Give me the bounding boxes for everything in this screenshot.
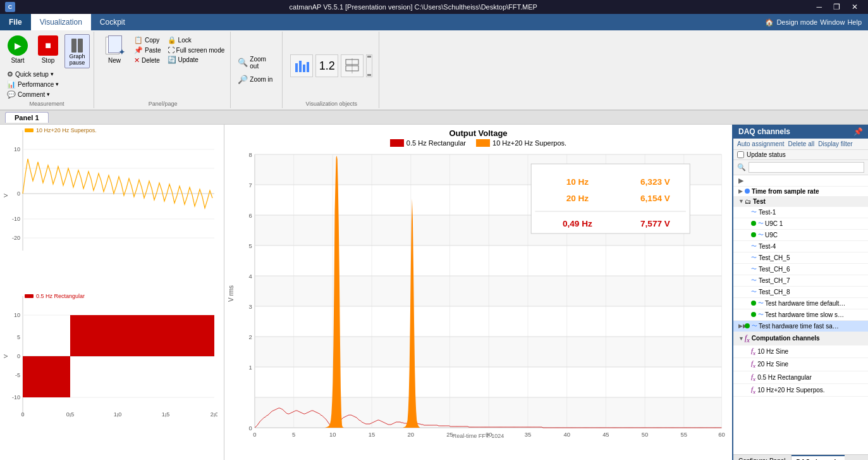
viz-objects-group: 1.2 Visualization objects	[284, 32, 379, 108]
hw-fast-label: Test hardware time fast sampl…	[759, 323, 841, 330]
viz-chart-button[interactable]	[290, 54, 313, 77]
tree-item-hw-slow[interactable]: 〜 Test hardware time slow sampl…	[733, 309, 868, 321]
performance-button[interactable]: 📊 Performance ▾	[5, 80, 90, 89]
daq-pin-button[interactable]: 📌	[853, 127, 863, 136]
menu-cockpit[interactable]: Cockpit	[91, 14, 134, 30]
help-link[interactable]: Help	[847, 18, 862, 26]
tree-item-ch6[interactable]: 〜 Test_CH_6	[733, 264, 868, 275]
delete-all-link[interactable]: Delete all	[788, 140, 815, 147]
10hz-sine-label: 10 Hz Sine	[757, 348, 788, 355]
svg-text:V: V	[3, 194, 9, 197]
topright-icon: 🏠	[765, 18, 774, 27]
svg-text:1,0: 1,0	[114, 411, 122, 418]
superpos-label: 10 Hz+20 Hz Superpos.	[757, 387, 824, 394]
tree-item-time-from-sample[interactable]: ▶ Time from sample rate	[733, 187, 868, 197]
ch8-label: Test_CH_8	[759, 289, 790, 295]
svg-text:15: 15	[369, 432, 375, 438]
comment-button[interactable]: 💬 Comment ▾	[5, 90, 90, 99]
menubar: File Visualization Cockpit	[0, 14, 134, 30]
minimize-button[interactable]: ─	[811, 3, 827, 11]
start-button[interactable]: ▶ Start	[4, 34, 32, 65]
zoom-group: 🔍 Zoom out 🔎 Zoom in	[232, 32, 283, 108]
tree-item-test4[interactable]: 〜 Test-4	[733, 241, 868, 252]
paste-button[interactable]: 📌 Paste	[132, 46, 163, 55]
measurement-group-label: Measurement	[4, 101, 90, 107]
copy-button[interactable]: 📋 Copy	[132, 35, 163, 45]
quick-setup-button[interactable]: ⚙ Quick setup ▾	[5, 70, 90, 79]
tree-item-ch5[interactable]: 〜 Test_CH_5	[733, 252, 868, 264]
tree-expand-icon[interactable]: ▶	[736, 177, 746, 185]
svg-text:6,154 V: 6,154 V	[640, 194, 670, 203]
svg-text:0: 0	[17, 190, 20, 197]
top-time-svg: 10 0 -20 -10 V	[3, 127, 217, 260]
svg-text:6: 6	[249, 213, 252, 219]
menu-visualization[interactable]: Visualization	[31, 14, 91, 30]
svg-text:60: 60	[718, 432, 724, 438]
graph-pause-button[interactable]: Graphpause	[64, 34, 90, 68]
svg-text:10: 10	[329, 432, 336, 438]
dot-green-u9c1	[751, 221, 756, 226]
daq-panel: DAQ channels 📌 Auto assignment Delete al…	[732, 125, 868, 460]
close-button[interactable]: ✕	[847, 3, 863, 11]
tree-item-u9c1[interactable]: 〜 U9C 1	[733, 218, 868, 230]
zoom-in-button[interactable]: 🔎 Zoom in	[236, 73, 278, 85]
viz-small-2[interactable]	[341, 54, 364, 77]
tree-item-20hz-sine[interactable]: fx 20 Hz Sine	[733, 358, 868, 371]
update-status-checkbox[interactable]	[737, 151, 744, 158]
ribbon: ▶ Start ■ Stop Graphpause ⚙ Qui	[0, 30, 868, 111]
restore-button[interactable]: ❐	[828, 3, 845, 11]
ch6-label: Test_CH_6	[759, 266, 790, 273]
tree-item-u9c[interactable]: 〜 U9C	[733, 230, 868, 241]
daq-search-input[interactable]	[749, 162, 864, 173]
svg-rect-43	[255, 337, 722, 367]
design-mode-link[interactable]: Design mode	[776, 18, 817, 26]
update-button[interactable]: 🔄 Update	[166, 55, 227, 65]
tree-item-ch8[interactable]: 〜 Test_CH_8	[733, 287, 868, 298]
svg-text:-20: -20	[12, 235, 20, 241]
daq-actions: Auto assignment Delete all Display filte…	[733, 139, 868, 150]
svg-text:5: 5	[17, 334, 20, 340]
svg-text:4: 4	[249, 273, 252, 280]
display-filter-link[interactable]: Display filter	[818, 140, 852, 147]
svg-text:50: 50	[642, 432, 648, 438]
tree-item-test1[interactable]: 〜 Test-1	[733, 207, 868, 218]
svg-text:0,5: 0,5	[66, 411, 75, 418]
new-button[interactable]: ✦ New	[99, 34, 130, 65]
zoom-out-button[interactable]: 🔍 Zoom out	[236, 54, 278, 71]
freq-chart-svg: 8 7 6 5 4 3 2 1 0 V rms 0 5 10 15 20 25 …	[227, 148, 730, 439]
svg-text:0: 0	[17, 353, 20, 359]
lock-button[interactable]: 🔒 Lock	[166, 35, 227, 45]
daq-channels-tab[interactable]: DAQ channels	[792, 455, 845, 460]
auto-assignment-link[interactable]: Auto assignment	[737, 140, 785, 147]
menu-file[interactable]: File	[0, 14, 31, 30]
svg-text:0: 0	[253, 432, 256, 438]
comp-channels-label: Computation channels	[752, 335, 820, 342]
bottom-time-chart: 0.5 Hz Rectangular 10 5 0 -5 -10 V	[3, 293, 221, 458]
viz-small-1[interactable]: 1.2	[315, 54, 338, 77]
test1-label: Test-1	[759, 209, 776, 216]
topright-area: 🏠 Design mode Window Help	[759, 14, 868, 30]
time-charts: 10 Hz+20 Hz Superpos. 10 0 -20 -10 V	[0, 125, 224, 460]
panel-1-tab[interactable]: Panel 1	[5, 112, 49, 123]
svg-rect-0	[295, 63, 298, 72]
tree-item-comp-header[interactable]: ▼ fx Computation channels	[733, 332, 868, 345]
hw-default-label: Test hardware time default sam…	[765, 300, 847, 307]
stop-button[interactable]: ■ Stop	[34, 34, 62, 65]
tree-item-test-header[interactable]: ▼ 🗂 Test	[733, 197, 868, 207]
delete-button[interactable]: ✕ Delete	[132, 56, 163, 65]
full-screen-button[interactable]: ⛶ Full screen mode	[166, 46, 227, 54]
svg-rect-28	[23, 356, 70, 397]
tree-item-ch7[interactable]: 〜 Test_CH_7	[733, 275, 868, 287]
window-link[interactable]: Window	[820, 18, 845, 26]
tree-item-05hz-rect[interactable]: fx 0.5 Hz Rectangular	[733, 371, 868, 384]
dot-blue	[745, 189, 750, 194]
viz-scroll[interactable]	[366, 54, 372, 77]
tree-item-hw-default[interactable]: 〜 Test hardware time default sam…	[733, 298, 868, 309]
configure-panel-tab[interactable]: Configure: Panel	[733, 455, 792, 460]
tree-item-10hz-sine[interactable]: fx 10 Hz Sine	[733, 345, 868, 358]
daq-search: 🔍	[733, 160, 868, 175]
daq-tabs: Configure: Panel DAQ channels	[733, 454, 868, 460]
tree-item-superpos[interactable]: fx 10 Hz+20 Hz Superpos.	[733, 384, 868, 397]
tree-item-hw-fast[interactable]: ▶▶ 〜 Test hardware time fast sampl…	[733, 321, 868, 332]
svg-text:-10: -10	[12, 216, 20, 222]
